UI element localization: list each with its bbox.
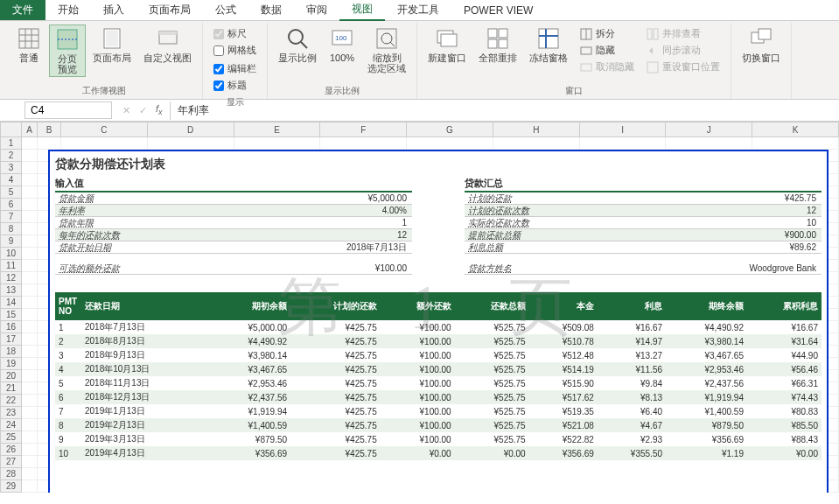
cancel-icon[interactable]: ✕	[122, 105, 130, 116]
col-header[interactable]: E	[234, 122, 321, 137]
tab-insert[interactable]: 插入	[91, 0, 136, 20]
row-header[interactable]: 12	[0, 272, 22, 284]
col-header[interactable]: B	[38, 122, 61, 137]
cell[interactable]	[22, 419, 38, 431]
tab-powerview[interactable]: POWER VIEW	[451, 2, 545, 19]
tab-formulas[interactable]: 公式	[203, 0, 248, 20]
cell[interactable]	[22, 297, 38, 309]
resetpos-button[interactable]: 重设窗口位置	[645, 60, 722, 74]
row-header[interactable]: 19	[0, 358, 22, 370]
formula-input[interactable]: 年利率	[170, 102, 839, 120]
cell[interactable]	[22, 137, 38, 150]
tab-developer[interactable]: 开发工具	[385, 0, 451, 20]
cell[interactable]	[22, 468, 38, 480]
cell[interactable]	[22, 480, 38, 493]
row-header[interactable]: 10	[0, 248, 22, 260]
row-header[interactable]: 14	[0, 297, 22, 309]
row-header[interactable]: 6	[0, 199, 22, 211]
row-header[interactable]: 4	[0, 174, 22, 186]
row-header[interactable]: 26	[0, 444, 22, 456]
tab-pagelayout[interactable]: 页面布局	[136, 0, 203, 20]
table-row[interactable]: 92019年3月13日¥879.50¥425.75¥100.00¥525.75¥…	[55, 432, 822, 446]
switch-window-button[interactable]: 切换窗口	[737, 24, 786, 65]
view-custom-button[interactable]: 自定义视图	[138, 24, 197, 65]
cell[interactable]	[22, 358, 38, 370]
col-header[interactable]: G	[407, 122, 493, 137]
cell[interactable]	[22, 248, 38, 260]
cell[interactable]	[22, 272, 38, 284]
table-row[interactable]: 102019年4月13日¥356.69¥425.75¥0.00¥0.00¥356…	[55, 446, 822, 460]
table-row[interactable]: 12018年7月13日¥5,000.00¥425.75¥100.00¥525.7…	[55, 320, 822, 334]
tab-home[interactable]: 开始	[45, 0, 91, 20]
cell[interactable]	[22, 223, 38, 235]
table-row[interactable]: 22018年8月13日¥4,490.92¥425.75¥100.00¥525.7…	[55, 334, 822, 348]
chk-headings[interactable]: 标题	[213, 79, 256, 92]
hide-button[interactable]: 隐藏	[578, 43, 636, 58]
row-header[interactable]: 17	[0, 333, 22, 346]
table-row[interactable]: 42018年10月13日¥3,467.65¥425.75¥100.00¥525.…	[55, 362, 822, 376]
cell[interactable]	[22, 395, 38, 407]
table-row[interactable]: 72019年1月13日¥1,919.94¥425.75¥100.00¥525.7…	[55, 404, 822, 418]
row-header[interactable]: 1	[0, 137, 22, 150]
cell[interactable]	[493, 137, 580, 150]
enter-icon[interactable]: ✓	[139, 105, 147, 116]
col-header[interactable]: A	[22, 122, 38, 137]
table-row[interactable]: 32018年9月13日¥3,980.14¥425.75¥100.00¥525.7…	[55, 348, 822, 362]
freeze-button[interactable]: 冻结窗格	[524, 24, 573, 65]
cell[interactable]	[320, 137, 407, 150]
cell[interactable]	[22, 444, 38, 456]
cell[interactable]	[407, 137, 493, 150]
col-header[interactable]: C	[61, 122, 148, 137]
row-header[interactable]: 3	[0, 162, 22, 174]
row-header[interactable]: 2	[0, 150, 22, 162]
view-normal-button[interactable]: 普通	[10, 24, 47, 65]
cell[interactable]	[234, 137, 321, 150]
view-pagebreak-button[interactable]: 分页 预览	[49, 24, 86, 77]
cell[interactable]	[22, 150, 38, 162]
cell[interactable]	[22, 284, 38, 297]
cell[interactable]	[22, 199, 38, 211]
cell[interactable]	[752, 137, 839, 150]
cell[interactable]	[22, 260, 38, 272]
col-header[interactable]: D	[148, 122, 234, 137]
row-header[interactable]: 24	[0, 419, 22, 431]
cell[interactable]	[22, 235, 38, 248]
split-button[interactable]: 拆分	[578, 26, 636, 41]
zoom-selection-button[interactable]: 缩放到 选定区域	[362, 24, 411, 75]
row-header[interactable]: 15	[0, 309, 22, 321]
col-header[interactable]: F	[320, 122, 407, 137]
row-header[interactable]: 7	[0, 211, 22, 223]
cell[interactable]	[22, 162, 38, 174]
view-pagelayout-button[interactable]: 页面布局	[87, 24, 136, 65]
cell[interactable]	[22, 382, 38, 395]
cell[interactable]	[22, 174, 38, 186]
tab-review[interactable]: 审阅	[294, 0, 339, 20]
row-header[interactable]: 16	[0, 321, 22, 333]
cell[interactable]	[61, 137, 148, 150]
cell[interactable]	[38, 137, 61, 150]
tab-view[interactable]: 视图	[339, 0, 385, 21]
row-header[interactable]: 22	[0, 395, 22, 407]
zoom-button[interactable]: 显示比例	[273, 24, 322, 65]
row-header[interactable]: 28	[0, 468, 22, 480]
unhide-button[interactable]: 取消隐藏	[578, 60, 636, 74]
cell[interactable]	[22, 407, 38, 419]
row-header[interactable]: 25	[0, 431, 22, 444]
sidebyside-button[interactable]: 并排查看	[645, 26, 722, 41]
syncscroll-button[interactable]: 同步滚动	[645, 43, 722, 58]
select-all-corner[interactable]	[0, 122, 22, 137]
row-header[interactable]: 18	[0, 346, 22, 358]
row-header[interactable]: 20	[0, 370, 22, 382]
cell[interactable]	[22, 309, 38, 321]
table-row[interactable]: 82019年2月13日¥1,400.59¥425.75¥100.00¥525.7…	[55, 418, 822, 432]
cell[interactable]	[22, 370, 38, 382]
row-header[interactable]: 13	[0, 284, 22, 297]
row-header[interactable]: 27	[0, 456, 22, 468]
tab-file[interactable]: 文件	[0, 0, 45, 20]
col-header[interactable]: H	[493, 122, 580, 137]
new-window-button[interactable]: 新建窗口	[423, 24, 472, 65]
chk-formulabar[interactable]: 编辑栏	[213, 62, 256, 75]
row-header[interactable]: 5	[0, 186, 22, 199]
cell[interactable]	[580, 137, 667, 150]
cell[interactable]	[22, 333, 38, 346]
